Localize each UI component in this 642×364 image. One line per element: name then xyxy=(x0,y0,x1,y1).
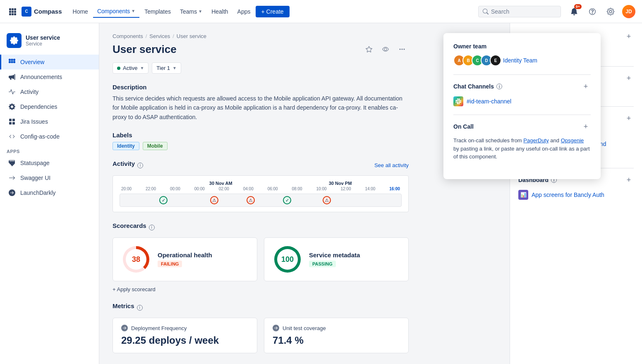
dashboard-add-button[interactable]: + xyxy=(624,175,634,185)
sidebar-item-overview[interactable]: Overview xyxy=(0,55,99,69)
sidebar-item-statuspage[interactable]: Statuspage xyxy=(0,156,99,170)
status-chevron-icon: ▼ xyxy=(140,66,144,70)
score-value-pass: 100 xyxy=(277,249,298,270)
activity-event-1: ✓ xyxy=(159,196,168,204)
svg-rect-8 xyxy=(14,13,16,15)
activity-event-2: ⚠ xyxy=(210,196,218,204)
jira-icon xyxy=(8,117,16,126)
nav-home[interactable]: Home xyxy=(69,6,92,17)
sidebar-header: User service Service xyxy=(0,30,99,55)
watch-button[interactable] xyxy=(379,43,392,56)
nav-links: Home Components ▼ Templates Teams ▼ Heal… xyxy=(69,5,475,18)
help-icon xyxy=(589,8,596,15)
labels-section: Labels Identity Mobile xyxy=(113,132,409,150)
content-area: Components / Services / User service Use… xyxy=(99,23,422,364)
svg-rect-2 xyxy=(14,8,16,10)
sidebar-item-label: Announcements xyxy=(20,74,62,80)
sidebar-item-label: Statuspage xyxy=(20,160,50,166)
page-title: User service xyxy=(113,43,177,56)
announcements-icon xyxy=(8,73,16,81)
chat-info-icon[interactable]: i xyxy=(496,84,502,89)
tier-chevron-icon: ▼ xyxy=(172,66,177,70)
user-avatar[interactable]: JD xyxy=(622,5,635,18)
sidebar-item-activity[interactable]: Activity xyxy=(0,84,99,99)
scorecards-section: Scorecards i 38 Operational health FAILI… xyxy=(113,222,409,292)
activity-event-5: ⚠ xyxy=(323,196,331,204)
date-label-am: 30 Nov AM xyxy=(201,181,241,186)
star-button[interactable] xyxy=(362,43,376,56)
tier-dropdown[interactable]: Tier 1 ▼ xyxy=(152,62,181,74)
nav-teams[interactable]: Teams ▼ xyxy=(176,6,206,17)
nav-apps[interactable]: Apps xyxy=(233,6,255,17)
nav-templates[interactable]: Templates xyxy=(140,6,175,17)
sidebar-item-swagger[interactable]: Swagger UI xyxy=(0,170,99,185)
metrics-info-icon[interactable]: i xyxy=(137,305,143,311)
see-all-activity-link[interactable]: See all activity xyxy=(374,162,409,168)
activity-info-icon[interactable]: i xyxy=(137,163,143,168)
nav-right-actions: 9+ JD xyxy=(568,5,635,18)
breadcrumb-components[interactable]: Components xyxy=(113,33,143,39)
search-bar[interactable]: Search xyxy=(478,6,561,17)
metric-coverage-value: 71.4 % xyxy=(273,335,400,346)
apply-scorecard-button[interactable]: + Apply scorecard xyxy=(113,286,409,292)
svg-rect-4 xyxy=(12,11,14,13)
sidebar-item-announcements[interactable]: Announcements xyxy=(0,69,99,84)
svg-rect-1 xyxy=(12,8,14,10)
avatar-5: E xyxy=(490,55,501,66)
projects-add-button[interactable]: + xyxy=(624,73,634,83)
metric-coverage-icon xyxy=(273,325,279,331)
owner-team-row: A B C D E Identity Team xyxy=(453,55,591,66)
nav-components[interactable]: Components ▼ xyxy=(93,5,139,18)
dashboard-name[interactable]: App screens for Bancly Auth xyxy=(532,192,604,198)
app-logo[interactable]: C Compass xyxy=(22,7,62,17)
breadcrumb: Components / Services / User service xyxy=(113,33,409,39)
status-dropdown[interactable]: Active ▼ xyxy=(113,62,149,74)
metric-deploy-value: 29.25 deploys / week xyxy=(121,335,249,346)
launchdarkly-icon xyxy=(8,189,16,197)
oncall-title: On Call xyxy=(453,123,474,130)
svg-rect-6 xyxy=(9,13,11,15)
page-header-actions xyxy=(362,43,409,56)
pagerduty-link[interactable]: PagerDuty xyxy=(523,137,549,144)
config-icon xyxy=(8,132,16,141)
breadcrumb-services[interactable]: Services xyxy=(149,33,170,39)
notifications-button[interactable]: 9+ xyxy=(568,5,581,18)
chat-add-button[interactable]: + xyxy=(581,81,591,91)
sidebar-item-launchdarkly[interactable]: LaunchDarkly xyxy=(0,185,99,200)
scorecard-operational: 38 Operational health FAILING xyxy=(113,237,257,281)
opsgenie-link[interactable]: Opsgenie xyxy=(561,137,584,144)
sidebar-item-config[interactable]: Config-as-code xyxy=(0,129,99,144)
channel-name[interactable]: #id-team-channel xyxy=(467,98,511,105)
popup-chat-section: Chat Channels i + #id-team-channel xyxy=(453,81,591,106)
create-button[interactable]: + Create xyxy=(256,6,290,17)
svg-rect-3 xyxy=(9,11,11,13)
score-value-fail: 38 xyxy=(126,249,146,270)
dependencies-icon xyxy=(8,103,16,111)
sidebar-item-label: LaunchDarkly xyxy=(20,189,56,196)
label-mobile[interactable]: Mobile xyxy=(143,142,168,150)
grid-menu-icon[interactable] xyxy=(7,6,18,17)
oncall-add-button[interactable]: + xyxy=(581,122,591,132)
sidebar-item-dependencies[interactable]: Dependencies xyxy=(0,99,99,114)
label-identity[interactable]: Identity xyxy=(113,142,139,150)
nav-health[interactable]: Health xyxy=(207,6,232,17)
top-nav: C Compass Home Components ▼ Templates Te… xyxy=(0,0,642,23)
docs-add-button[interactable]: + xyxy=(624,113,634,123)
dashboard-icon: 📊 xyxy=(518,190,528,200)
metric-deploy-name: Deployment Frequency xyxy=(131,325,187,331)
metric-deployment: Deployment Frequency 29.25 deploys / wee… xyxy=(113,318,257,353)
labels-title: Labels xyxy=(113,132,409,139)
sidebar-item-jira[interactable]: Jira Issues xyxy=(0,114,99,129)
more-button[interactable] xyxy=(395,43,409,56)
description-section: Description This service decides which r… xyxy=(113,84,409,122)
chat-channel-row: #id-team-channel xyxy=(453,96,591,106)
repos-add-button[interactable]: + xyxy=(624,31,634,41)
teams-chevron-icon: ▼ xyxy=(198,9,202,14)
scorecards-info-icon[interactable]: i xyxy=(149,225,155,230)
settings-button[interactable] xyxy=(604,5,617,18)
search-icon xyxy=(483,9,489,14)
overview-icon xyxy=(8,58,16,66)
owner-team-name[interactable]: Identity Team xyxy=(503,57,537,64)
popup-divider-2 xyxy=(453,115,591,115)
help-button[interactable] xyxy=(586,5,599,18)
